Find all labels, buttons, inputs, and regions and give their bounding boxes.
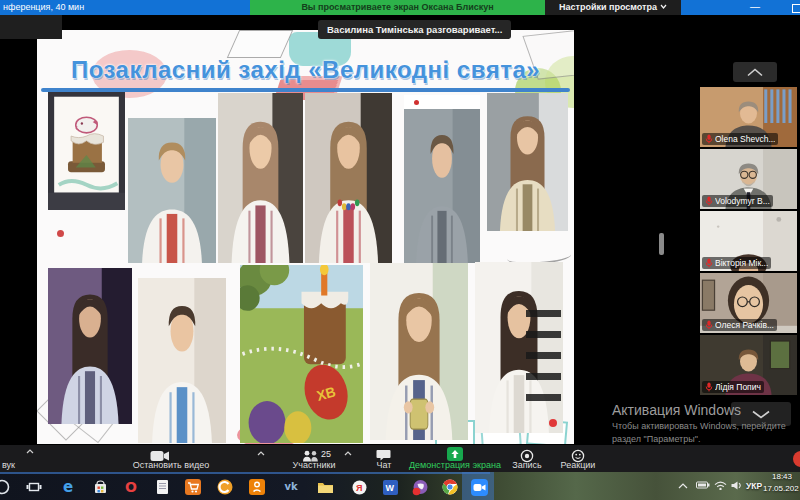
vk-taskbar-icon[interactable]: vk <box>281 477 301 497</box>
odnoklassniki-taskbar-icon[interactable] <box>247 477 267 497</box>
slide-photo-boy-grey-vyshyvanka <box>404 95 480 263</box>
view-settings-button[interactable]: Настройки просмотра <box>545 0 681 15</box>
minimize-button[interactable]: — <box>746 0 764 15</box>
muted-mic-icon <box>705 382 713 392</box>
video-options-caret-icon[interactable] <box>257 451 265 456</box>
participant-video-3[interactable]: Вікторія Мік... <box>700 211 797 271</box>
wifi-icon[interactable] <box>714 481 727 490</box>
chrome-taskbar-icon[interactable] <box>440 477 460 497</box>
person-figure <box>138 278 226 443</box>
edge-taskbar-icon[interactable]: e <box>58 477 78 497</box>
zoom-control-toolbar: вук Остановить видео 25 Участники Чат Де… <box>0 445 800 472</box>
screen-share-banner: Вы просматриваете экран Оксана Блискун <box>250 0 545 15</box>
red-dot <box>414 100 419 105</box>
audio-options-caret-icon[interactable] <box>26 449 34 454</box>
slide-photo-painting-easter-cake: ХВ <box>240 265 363 443</box>
watermark-line-2: раздел "Параметры". <box>612 434 800 444</box>
participant-video-4[interactable]: Олеся Рачків... <box>700 273 797 333</box>
system-tray: УКР 18:43 17.05.202 <box>676 472 800 500</box>
slide-photo-girl-dim-room <box>48 268 132 424</box>
share-screen-icon[interactable] <box>447 447 463 461</box>
muted-mic-icon <box>705 196 713 206</box>
participant-name-tag: Олеся Рачків... <box>702 319 777 331</box>
meeting-title-bar: нференция, 40 мин Вы просматриваете экра… <box>0 0 800 15</box>
chevron-down-icon <box>751 410 771 419</box>
participant-name: Volodymyr B... <box>715 196 770 206</box>
clock-time[interactable]: 18:43 <box>772 472 792 481</box>
taskview-taskbar-icon[interactable] <box>24 477 44 497</box>
participants-scroll-up-button[interactable] <box>733 62 777 82</box>
tray-chevron-up-icon[interactable] <box>678 483 688 489</box>
doodle-red-dot <box>57 230 64 237</box>
muted-mic-icon <box>705 258 713 268</box>
shared-screen-slide: Позакласний захід «Великодні свята» ХВ <box>37 30 574 444</box>
person-figure <box>128 118 216 263</box>
participant-video-1[interactable]: Olena Shevch... <box>700 87 797 147</box>
slide-photo-boy-red-vyshyvanka <box>128 118 216 263</box>
slide-photo-girl-striped-wall <box>475 262 563 433</box>
windows-taskbar: eOvkЯW УКР 18:43 17.05.202 <box>0 472 800 500</box>
orange-swirl-taskbar-icon[interactable] <box>215 477 235 497</box>
language-indicator[interactable]: УКР <box>746 481 762 491</box>
cortana-taskbar-icon[interactable] <box>0 477 12 497</box>
person-figure <box>487 93 568 231</box>
title-underline <box>41 88 570 92</box>
share-screen-button[interactable]: Демонстрация экрана <box>409 460 501 470</box>
participant-video-2[interactable]: Volodymyr B... <box>700 149 797 209</box>
slide-photo-girl-necklace <box>305 93 392 263</box>
svg-text:Я: Я <box>356 483 362 493</box>
cart-taskbar-icon[interactable] <box>183 477 203 497</box>
muted-mic-icon <box>705 320 713 330</box>
slide-photo-drawing-easter-cake <box>48 92 125 210</box>
participant-name-tag: Вікторія Мік... <box>702 257 771 269</box>
slide-photo-girl-cream-dress <box>487 93 568 231</box>
yandex-taskbar-icon[interactable]: Я <box>349 477 369 497</box>
zoom-meeting-window: нференция, 40 мин Вы просматриваете экра… <box>0 0 800 500</box>
participant-name: Лідія Попич <box>715 382 761 392</box>
svg-text:W: W <box>385 483 394 493</box>
slide-photo-girl-with-jar <box>370 263 468 440</box>
record-button[interactable]: Запись <box>512 460 542 470</box>
end-meeting-button-partial[interactable] <box>793 451 800 467</box>
participants-count-badge: 25 <box>321 449 331 459</box>
participant-video-5[interactable]: Лідія Попич <box>700 335 797 395</box>
opera-taskbar-icon[interactable]: O <box>121 477 141 497</box>
viber-taskbar-icon[interactable] <box>410 477 430 497</box>
slide-photo-girl-white-blouse <box>218 93 303 263</box>
participants-strip: Olena Shevch...Volodymyr B...Вікторія Мі… <box>700 87 797 397</box>
person-figure <box>370 263 468 440</box>
notepad-taskbar-icon[interactable] <box>152 477 172 497</box>
toolbar-remnant <box>0 15 62 39</box>
chevron-down-icon <box>660 4 667 9</box>
explorer-taskbar-icon[interactable] <box>315 477 335 497</box>
participant-name: Olena Shevch... <box>715 134 775 144</box>
participants-scroll-down-button[interactable] <box>731 402 791 426</box>
chevron-up-icon <box>746 68 764 77</box>
participant-name-tag: Volodymyr B... <box>702 195 773 207</box>
person-figure <box>48 268 132 424</box>
window-control-partial[interactable] <box>792 4 800 13</box>
view-settings-label: Настройки просмотра <box>559 2 657 12</box>
participants-caret-icon[interactable] <box>344 451 352 456</box>
person-figure <box>404 109 480 263</box>
active-speaker-toast: Василина Тимінська разговаривает... <box>318 20 511 39</box>
reactions-button[interactable]: Реакции <box>561 460 596 470</box>
record-dot <box>549 419 557 427</box>
chat-button[interactable]: Чат <box>377 460 392 470</box>
tile-top-band <box>404 95 480 109</box>
participants-button[interactable]: Участники <box>293 460 336 470</box>
scrollbar-thumb[interactable] <box>659 233 664 255</box>
mute-button[interactable]: вук <box>2 460 15 470</box>
word-taskbar-icon[interactable]: W <box>380 477 400 497</box>
person-figure <box>218 93 303 263</box>
person-figure <box>305 93 392 263</box>
volume-icon[interactable] <box>731 481 743 490</box>
muted-mic-icon <box>705 134 713 144</box>
zoom-taskbar-icon[interactable] <box>469 477 489 497</box>
participant-name-tag: Лідія Попич <box>702 381 764 393</box>
store-taskbar-icon[interactable] <box>90 477 110 497</box>
clock-date[interactable]: 17.05.202 <box>763 484 799 493</box>
battery-icon[interactable] <box>696 481 710 489</box>
participant-name: Вікторія Мік... <box>715 258 768 268</box>
stop-video-button[interactable]: Остановить видео <box>133 460 210 470</box>
